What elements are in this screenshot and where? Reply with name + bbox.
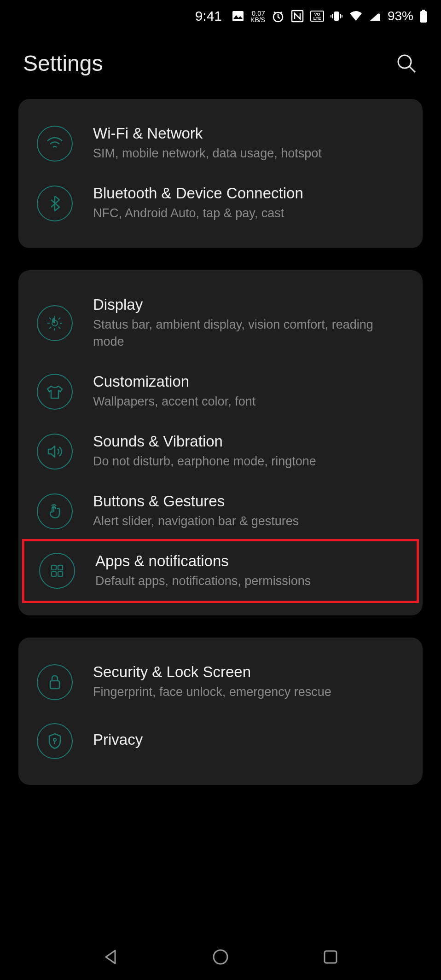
setting-subtitle: Default apps, notifications, permissions <box>95 573 402 590</box>
setting-privacy[interactable]: Privacy <box>18 712 423 770</box>
setting-display[interactable]: Display Status bar, ambient display, vis… <box>18 285 423 362</box>
setting-customization[interactable]: Customization Wallpapers, accent color, … <box>18 362 423 422</box>
svg-text:LTE: LTE <box>313 16 321 21</box>
svg-line-16 <box>49 318 51 319</box>
svg-rect-9 <box>420 11 427 23</box>
setting-subtitle: Status bar, ambient display, vision comf… <box>93 316 404 351</box>
svg-rect-0 <box>232 11 244 21</box>
setting-bluetooth[interactable]: Bluetooth & Device Connection NFC, Andro… <box>18 174 423 233</box>
setting-subtitle: Alert slider, navigation bar & gestures <box>93 513 404 530</box>
svg-point-27 <box>214 950 227 964</box>
search-icon <box>396 53 417 74</box>
shield-icon <box>37 723 73 759</box>
setting-subtitle: Fingerprint, face unlock, emergency resc… <box>93 684 404 701</box>
back-triangle-icon <box>101 948 120 966</box>
search-button[interactable] <box>395 52 418 75</box>
shirt-icon <box>37 374 73 410</box>
picture-icon <box>232 11 244 22</box>
settings-group: Wi-Fi & Network SIM, mobile network, dat… <box>18 99 423 248</box>
setting-sounds[interactable]: Sounds & Vibration Do not disturb, earph… <box>18 422 423 481</box>
setting-title: Wi-Fi & Network <box>93 125 404 142</box>
vibrate-icon <box>331 10 342 23</box>
recent-button[interactable] <box>317 943 344 971</box>
setting-title: Apps & notifications <box>95 552 402 570</box>
wifi-icon <box>37 126 73 162</box>
setting-title: Display <box>93 296 404 313</box>
alarm-icon <box>272 10 284 23</box>
svg-rect-21 <box>58 565 63 570</box>
svg-rect-23 <box>58 572 63 576</box>
svg-point-10 <box>398 55 411 68</box>
status-time: 9:41 <box>195 8 222 24</box>
setting-security[interactable]: Security & Lock Screen Fingerprint, face… <box>18 652 423 712</box>
status-data-rate: 0.07 KB/S <box>250 10 265 23</box>
setting-title: Security & Lock Screen <box>93 663 404 681</box>
svg-rect-6 <box>334 12 339 21</box>
svg-rect-22 <box>52 572 56 576</box>
svg-rect-28 <box>325 951 337 963</box>
svg-rect-8 <box>422 10 425 11</box>
status-bar: 9:41 0.07 KB/S VOLTE x 93% <box>0 0 441 32</box>
setting-subtitle: Wallpapers, accent color, font <box>93 393 404 411</box>
brightness-icon <box>37 305 73 341</box>
nfc-icon <box>291 10 304 23</box>
setting-subtitle: SIM, mobile network, data usage, hotspot <box>93 145 404 162</box>
recent-square-icon <box>321 948 340 966</box>
battery-percentage: 93% <box>388 9 413 23</box>
page-title: Settings <box>23 51 103 76</box>
setting-title: Buttons & Gestures <box>93 493 404 510</box>
setting-apps-notifications[interactable]: Apps & notifications Default apps, notif… <box>22 539 419 603</box>
settings-group: Display Status bar, ambient display, vis… <box>18 270 423 616</box>
cell-signal-icon: x <box>369 11 381 22</box>
setting-buttons-gestures[interactable]: Buttons & Gestures Alert slider, navigat… <box>18 481 423 541</box>
svg-line-18 <box>49 327 51 329</box>
speaker-icon <box>37 434 73 470</box>
setting-title: Customization <box>93 373 404 390</box>
settings-content: Wi-Fi & Network SIM, mobile network, dat… <box>0 99 441 785</box>
svg-point-25 <box>53 738 56 741</box>
home-circle-icon <box>211 948 230 966</box>
settings-group: Security & Lock Screen Fingerprint, face… <box>18 638 423 785</box>
lock-icon <box>37 664 73 700</box>
setting-wifi-network[interactable]: Wi-Fi & Network SIM, mobile network, dat… <box>18 114 423 174</box>
settings-header: Settings <box>0 32 441 99</box>
back-button[interactable] <box>97 943 124 971</box>
gesture-icon <box>37 493 73 529</box>
wifi-signal-icon <box>349 11 363 22</box>
bluetooth-icon <box>37 186 73 221</box>
svg-text:x: x <box>378 11 380 15</box>
setting-title: Sounds & Vibration <box>93 433 404 450</box>
svg-rect-20 <box>52 565 56 570</box>
apps-grid-icon <box>39 553 75 589</box>
setting-subtitle: NFC, Android Auto, tap & pay, cast <box>93 205 404 222</box>
battery-icon <box>420 10 427 23</box>
volte-icon: VOLTE <box>310 11 324 22</box>
svg-line-19 <box>58 318 60 319</box>
setting-title: Privacy <box>93 731 404 748</box>
svg-line-17 <box>58 327 60 329</box>
svg-rect-24 <box>50 681 59 689</box>
setting-title: Bluetooth & Device Connection <box>93 185 404 202</box>
navigation-bar <box>0 934 441 980</box>
setting-subtitle: Do not disturb, earphone mode, ringtone <box>93 453 404 470</box>
home-button[interactable] <box>207 943 234 971</box>
